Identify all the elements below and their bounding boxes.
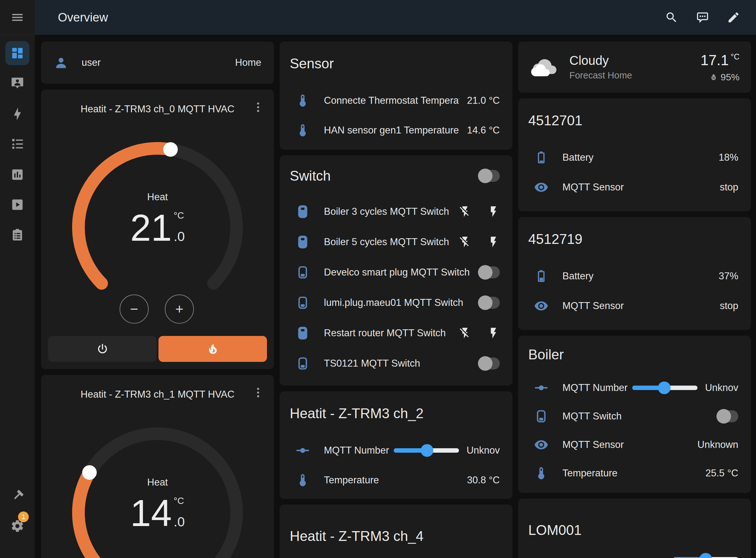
sidebar-item-dashboard[interactable] <box>5 41 29 65</box>
user-card[interactable]: user Home <box>41 42 274 84</box>
number-slider[interactable] <box>673 553 738 558</box>
entity-toggle[interactable] <box>717 410 738 422</box>
list-type-icon <box>10 137 24 151</box>
sensor-label: HAN sensor gen1 Temperature <box>324 125 459 136</box>
sidebar-item-settings[interactable]: 1 <box>5 514 29 538</box>
sidebar-item-todo[interactable] <box>5 223 29 247</box>
switch-row[interactable]: Boiler 3 cycles MQTT Switch <box>280 197 512 227</box>
dashboard-icon <box>10 46 24 60</box>
switch-label: Boiler 3 cycles MQTT Switch <box>324 206 459 217</box>
app-header: Overview <box>35 0 756 35</box>
flash-off-button[interactable] <box>459 236 471 248</box>
number-row[interactable]: MQTT Number Unknov <box>280 436 512 465</box>
sidebar-item-energy[interactable] <box>5 102 29 126</box>
switch-group-toggle[interactable] <box>479 170 500 182</box>
sensor-row[interactable]: Temperature 30.8 °C <box>280 465 512 495</box>
entity-toggle[interactable] <box>479 357 500 370</box>
card-menu-button[interactable] <box>252 101 264 113</box>
home-assistant-dashboard: 1 Overview u <box>0 0 756 558</box>
toggle-switch-on-icon <box>296 326 310 340</box>
sidebar-item-logbook[interactable] <box>5 132 29 156</box>
sensor-label: Temperature <box>324 475 459 486</box>
battery-row[interactable]: Battery 37% <box>518 261 751 291</box>
sensor-row[interactable]: HAN sensor gen1 Temperature 14.6 °C <box>280 116 512 145</box>
switch-row[interactable]: lumi.plug.maeu01 MQTT Switch <box>280 287 512 318</box>
sensor-row[interactable]: Temperature 25.5 °C <box>518 459 751 487</box>
flash-on-button[interactable] <box>487 236 500 248</box>
sensor-value: 21.0 °C <box>467 95 500 106</box>
sensor-label: Connecte Thermostat Temperature <box>324 95 459 106</box>
flash-on-button[interactable] <box>487 205 500 218</box>
eye-icon <box>534 299 549 313</box>
number-row[interactable]: MQTT Number Unknov <box>518 374 751 402</box>
switch-card: Switch Boiler 3 cycles MQTT Switch Boile… <box>280 155 512 386</box>
entity-toggle[interactable] <box>479 297 500 309</box>
flash-on-button[interactable] <box>487 327 500 339</box>
eye-icon <box>534 180 549 195</box>
sensor-value: stop <box>720 182 738 193</box>
cloudy-icon <box>530 53 557 81</box>
column-2: Sensor Connecte Thermostat Temperature 2… <box>280 42 512 558</box>
sidebar-item-developer-tools[interactable] <box>5 484 29 508</box>
edit-dashboard-button[interactable] <box>727 11 740 24</box>
column-1: user Home Heatit - Z-TRM3 ch_0 MQTT HVAC… <box>41 42 274 558</box>
thermostat-card-ch0: Heatit - Z-TRM3 ch_0 MQTT HVAC Heat 21 °… <box>41 90 274 369</box>
switch-row[interactable]: Boiler 5 cycles MQTT Switch <box>280 227 512 257</box>
assist-button[interactable] <box>696 11 709 24</box>
card-title: Heatit - Z-TRM3 ch_4 <box>290 528 424 544</box>
flash-off-button[interactable] <box>459 327 471 339</box>
search-button[interactable] <box>665 11 678 24</box>
temp-decrease-button[interactable]: − <box>120 295 149 324</box>
mqtt-sensor-row[interactable]: MQTT Sensor stop <box>518 291 751 321</box>
menu-button[interactable] <box>0 0 35 35</box>
temp-increase-button[interactable]: + <box>165 295 194 324</box>
flash-off-button[interactable] <box>459 205 471 218</box>
sidebar-item-history[interactable] <box>5 162 29 187</box>
thermostat-dial[interactable] <box>69 424 246 558</box>
search-icon <box>665 11 678 24</box>
weather-card[interactable]: Cloudy Forecast Home 17.1 °C 95% <box>518 42 751 93</box>
weather-subtitle: Forecast Home <box>570 70 700 81</box>
sidebar-item-people[interactable] <box>5 71 29 95</box>
user-name: user <box>82 57 235 68</box>
switch-row[interactable]: Restart router MQTT Switch <box>280 318 512 348</box>
card-title: 4512701 <box>528 112 582 128</box>
switch-row[interactable]: Develco smart plug MQTT Switch <box>280 257 512 287</box>
humidity-icon <box>709 73 718 82</box>
hamburger-menu-icon <box>10 10 24 24</box>
sidebar-item-media[interactable] <box>5 193 29 217</box>
switch-row[interactable]: MQTT Switch <box>518 402 751 431</box>
sensor-value: 30.8 °C <box>467 475 500 486</box>
sensor-row[interactable]: Connecte Thermostat Temperature 21.0 °C <box>280 86 512 116</box>
number-slider[interactable] <box>632 381 698 394</box>
card-title: LOM001 <box>528 522 582 538</box>
thermostat-title: Heatit - Z-TRM3 ch_1 MQTT HVAC <box>41 389 274 400</box>
weather-humidity: 95% <box>709 72 739 82</box>
battery-row[interactable]: Battery 18% <box>518 143 751 172</box>
number-slider[interactable] <box>394 444 459 457</box>
page-title: Overview <box>58 11 108 24</box>
entity-toggle[interactable] <box>479 267 500 278</box>
card-menu-button[interactable] <box>252 386 264 399</box>
settings-notification-badge: 1 <box>18 511 29 522</box>
battery-label: Battery <box>562 152 711 163</box>
edit-pencil-icon <box>727 11 740 24</box>
mqtt-sensor-row[interactable]: MQTT Sensor Unknown <box>518 431 751 459</box>
number-row[interactable] <box>518 545 751 558</box>
mode-heat-button[interactable] <box>158 336 267 362</box>
mode-off-button[interactable] <box>48 336 157 362</box>
lom001-card: LOM001 <box>518 499 751 558</box>
mqtt-sensor-row[interactable]: MQTT Sensor stop <box>518 172 751 202</box>
switch-label: MQTT Switch <box>562 411 717 422</box>
battery-label: Battery <box>562 271 711 282</box>
sensor-label: MQTT Sensor <box>562 439 690 451</box>
switch-row[interactable]: TS0121 MQTT Switch <box>280 348 512 379</box>
heatit-ch2-card: Heatit - Z-TRM3 ch_2 MQTT Number Unknov … <box>280 391 512 499</box>
sensor-value: Unknown <box>698 439 738 451</box>
user-location: Home <box>235 57 261 68</box>
temp-unit: °C <box>174 210 185 221</box>
people-badge-icon <box>10 76 24 90</box>
battery-value: 18% <box>719 152 738 163</box>
person-icon <box>54 55 68 70</box>
thermometer-icon <box>296 473 310 487</box>
